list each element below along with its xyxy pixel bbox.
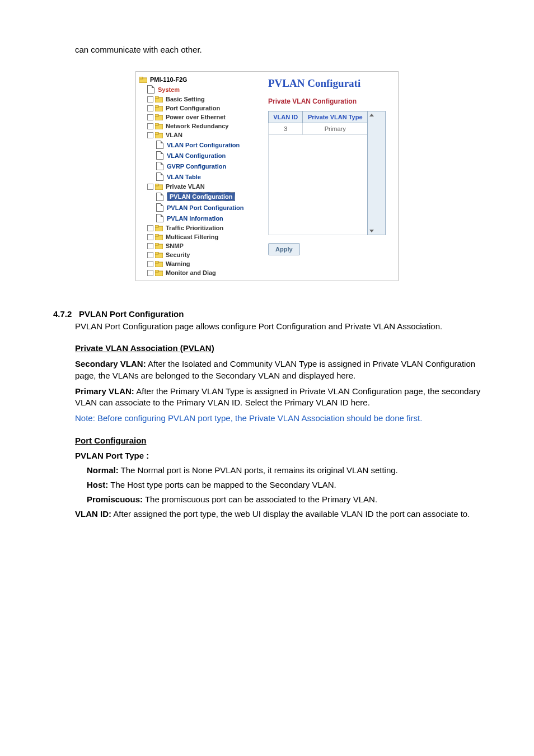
tree-port-config[interactable]: Port Configuration <box>139 104 263 113</box>
scroll-up-icon[interactable] <box>369 114 374 116</box>
tree-multicast-label: Multicast Filtering <box>166 234 218 240</box>
tree-vlan[interactable]: VLAN <box>139 130 263 139</box>
cell-vlanid: 3 <box>269 123 303 135</box>
tree-poe[interactable]: Power over Ethernet <box>139 113 263 122</box>
tree-basic-setting-label: Basic Setting <box>166 96 205 102</box>
toggle-icon[interactable] <box>147 243 153 249</box>
doc-icon <box>156 214 163 222</box>
toggle-icon[interactable] <box>147 252 153 258</box>
apply-button[interactable]: Apply <box>268 243 300 255</box>
svg-rect-15 <box>155 225 158 227</box>
section-number: 4.7.2 <box>53 309 72 319</box>
toggle-icon[interactable] <box>147 270 153 276</box>
scrollbar[interactable] <box>368 111 386 235</box>
svg-rect-3 <box>155 96 158 99</box>
folder-icon <box>155 270 163 276</box>
tree-root-label: PMI-110-F2G <box>150 76 188 83</box>
toggle-icon[interactable] <box>147 225 153 231</box>
host-text: The Host type ports can be mapped to the… <box>108 480 336 489</box>
tree-vlan-table[interactable]: VLAN Table <box>139 171 263 182</box>
svg-rect-23 <box>155 261 158 263</box>
toggle-icon[interactable] <box>147 184 153 190</box>
tree-monitor[interactable]: Monitor and Diag <box>139 268 263 277</box>
svg-rect-7 <box>155 114 158 116</box>
toggle-icon[interactable] <box>147 114 153 120</box>
doc-icon <box>156 141 163 149</box>
section-title: Private VLAN Configuration <box>268 97 395 105</box>
host-label: Host: <box>87 480 108 489</box>
cell-type: Primary <box>303 123 368 135</box>
vlanid-para: VLAN ID: After assigned the port type, t… <box>75 508 481 520</box>
tree-snmp-label: SNMP <box>166 242 184 249</box>
secondary-vlan-para: Secondary VLAN: After the Isolated and C… <box>75 358 481 381</box>
toggle-icon[interactable] <box>147 105 153 111</box>
pvlan-assoc-heading: Private VLAN Association (PVLAN) <box>75 343 481 353</box>
doc-icon <box>156 172 163 181</box>
toggle-icon[interactable] <box>147 123 153 129</box>
svg-rect-21 <box>155 252 158 254</box>
tree-snmp[interactable]: SNMP <box>139 241 263 250</box>
empty-table-area <box>269 135 368 235</box>
doc-icon <box>156 162 163 170</box>
folder-icon <box>155 243 163 249</box>
toggle-icon[interactable] <box>147 96 153 102</box>
primary-vlan-para: Primary VLAN: After the Primary VLAN Typ… <box>75 386 481 409</box>
normal-label: Normal: <box>87 465 119 475</box>
tree-security-label: Security <box>166 251 190 258</box>
folder-icon <box>139 77 147 83</box>
doc-icon <box>147 85 154 94</box>
tree-basic-setting[interactable]: Basic Setting <box>139 95 263 104</box>
screenshot-frame: PMI-110-F2G System Basic Setting Port Co… <box>135 71 399 281</box>
vlanid-label: VLAN ID: <box>75 509 111 519</box>
tree-pvlan-info[interactable]: PVLAN Information <box>139 213 263 223</box>
folder-icon <box>155 105 163 111</box>
tree-vlan-config-label: VLAN Configuration <box>167 152 226 159</box>
primary-vlan-text: After the Primary VLAN Type is assigned … <box>75 386 480 407</box>
tree-port-config-label: Port Configuration <box>166 105 220 111</box>
page-title: PVLAN Configurati <box>268 77 395 90</box>
toggle-icon[interactable] <box>147 261 153 267</box>
folder-icon <box>155 252 163 258</box>
tree-poe-label: Power over Ethernet <box>166 114 226 120</box>
tree-private-vlan-label: Private VLAN <box>166 183 205 190</box>
toggle-icon[interactable] <box>147 234 153 240</box>
svg-rect-17 <box>155 234 158 236</box>
doc-icon <box>156 203 163 212</box>
tree-system[interactable]: System <box>139 84 263 95</box>
tree-multicast[interactable]: Multicast Filtering <box>139 232 263 241</box>
promiscuous-para: Promiscuous: The promiscuous port can be… <box>87 494 481 505</box>
tree-warning[interactable]: Warning <box>139 259 263 268</box>
toggle-icon[interactable] <box>147 132 153 138</box>
tree-monitor-label: Monitor and Diag <box>166 269 216 276</box>
port-config-heading: Port Configuraion <box>75 436 481 445</box>
nav-tree: PMI-110-F2G System Basic Setting Port Co… <box>136 72 263 281</box>
secondary-vlan-label: Secondary VLAN: <box>75 359 146 368</box>
folder-icon <box>155 225 163 231</box>
tree-traffic-pri[interactable]: Traffic Prioritization <box>139 223 263 232</box>
tree-gvrp-config[interactable]: GVRP Configuration <box>139 161 263 171</box>
pvlan-port-type-heading: PVLAN Port Type : <box>75 451 481 460</box>
tree-pvlan-config[interactable]: PVLAN Configuration <box>139 191 263 202</box>
normal-text: The Normal port is None PVLAN ports, it … <box>119 465 398 475</box>
tree-private-vlan[interactable]: Private VLAN <box>139 182 263 191</box>
primary-vlan-label: Primary VLAN: <box>75 386 134 396</box>
tree-pvlan-config-label: PVLAN Configuration <box>167 192 235 201</box>
svg-rect-11 <box>155 132 158 134</box>
doc-icon <box>156 151 163 160</box>
tree-root[interactable]: PMI-110-F2G <box>139 75 263 84</box>
folder-icon <box>155 261 163 267</box>
tree-vlan-config[interactable]: VLAN Configuration <box>139 150 263 161</box>
tree-security[interactable]: Security <box>139 250 263 259</box>
tree-net-redundancy[interactable]: Network Redundancy <box>139 122 263 130</box>
folder-icon <box>155 234 163 240</box>
folder-open-icon <box>155 132 163 138</box>
tree-pvlan-port-config[interactable]: PVLAN Port Configuration <box>139 202 263 213</box>
tree-vlan-port-config[interactable]: VLAN Port Configuration <box>139 139 263 150</box>
svg-rect-13 <box>155 184 158 186</box>
section-title-text: PVLAN Port Configuration <box>79 309 184 319</box>
pvlan-table: VLAN ID Private VLAN Type 3 Primary <box>268 111 386 235</box>
scroll-down-icon[interactable] <box>369 230 374 232</box>
svg-rect-5 <box>155 105 158 108</box>
tree-vlan-table-label: VLAN Table <box>167 174 201 180</box>
svg-rect-25 <box>155 270 158 272</box>
